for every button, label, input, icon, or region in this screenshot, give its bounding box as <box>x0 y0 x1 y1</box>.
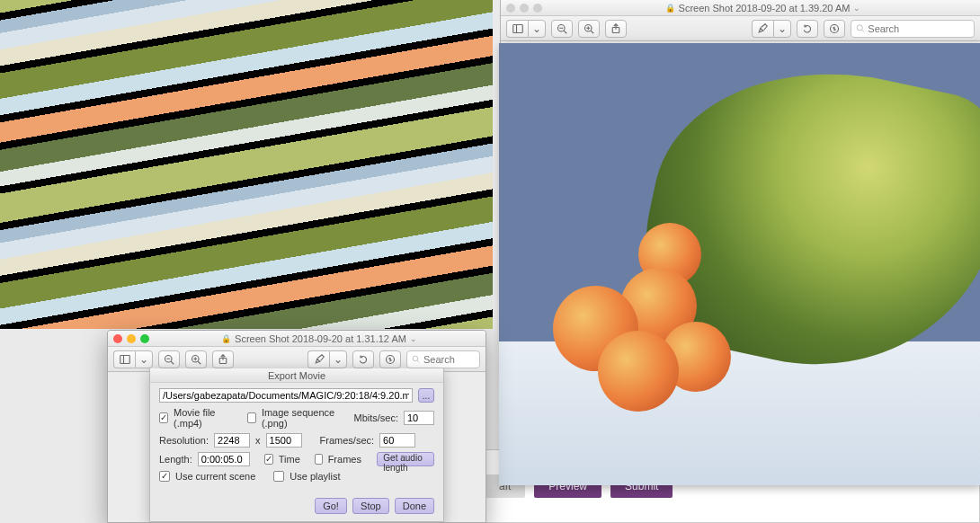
search-icon <box>856 23 865 33</box>
radish-painting-canvas <box>499 43 980 485</box>
svg-rect-13 <box>120 355 129 363</box>
svg-point-24 <box>413 356 418 361</box>
sidebar-toggle-button[interactable] <box>506 20 528 38</box>
zoom-in-button[interactable] <box>578 20 600 38</box>
close-icon[interactable] <box>506 4 515 13</box>
svg-line-12 <box>861 30 863 31</box>
search-input[interactable] <box>423 354 475 365</box>
markup-dropdown[interactable]: ⌄ <box>773 20 791 38</box>
zoom-in-button[interactable] <box>185 350 207 368</box>
edit-button[interactable] <box>379 350 401 368</box>
fps-input[interactable] <box>379 433 415 448</box>
preview-window-export: 🔒 Screen Shot 2018-09-20 at 1.31.12 AM ⌄… <box>107 330 486 523</box>
browse-button[interactable]: ... <box>418 388 434 403</box>
search-icon <box>412 354 420 364</box>
stop-button[interactable]: Stop <box>352 498 389 514</box>
minimize-icon[interactable] <box>127 334 136 343</box>
res-height-input[interactable] <box>266 433 302 448</box>
dropdown-button[interactable]: ⌄ <box>135 350 153 368</box>
use-playlist-checkbox[interactable] <box>273 471 284 482</box>
use-current-scene-checkbox[interactable] <box>159 471 170 482</box>
image-sequence-checkbox[interactable] <box>247 412 256 423</box>
res-sep: x <box>255 435 261 446</box>
use-current-scene-label: Use current scene <box>175 471 255 482</box>
frames-checkbox[interactable] <box>315 454 323 465</box>
zoom-out-button[interactable] <box>158 350 180 368</box>
length-label: Length: <box>159 454 192 465</box>
lock-icon: 🔒 <box>665 4 675 13</box>
share-button[interactable] <box>605 20 627 38</box>
zoom-out-button[interactable] <box>551 20 573 38</box>
window-title: Screen Shot 2018-09-20 at 1.31.12 AM <box>235 333 406 344</box>
lock-icon: 🔒 <box>221 334 231 343</box>
close-icon[interactable] <box>113 334 122 343</box>
svg-line-16 <box>171 361 174 364</box>
edit-button[interactable] <box>824 20 845 38</box>
search-field[interactable] <box>851 20 976 38</box>
window-title: Screen Shot 2018-09-20 at 1.39.20 AM <box>679 3 851 13</box>
image-sequence-label: Image sequence (.png) <box>262 407 343 429</box>
done-button[interactable]: Done <box>395 498 434 514</box>
titlebar: 🔒 Screen Shot 2018-09-20 at 1.39.20 AM ⌄ <box>501 0 980 16</box>
rotate-button[interactable] <box>797 20 818 38</box>
movie-file-label: Movie file (.mp4) <box>174 407 232 429</box>
resolution-label: Resolution: <box>159 435 209 446</box>
window-controls[interactable] <box>506 4 542 13</box>
zoom-icon[interactable] <box>533 4 542 13</box>
chevron-down-icon[interactable]: ⌄ <box>410 334 417 343</box>
minimize-icon[interactable] <box>520 4 529 13</box>
zoom-icon[interactable] <box>140 334 149 343</box>
markup-button[interactable] <box>752 20 773 38</box>
search-field[interactable] <box>406 350 480 368</box>
svg-line-19 <box>198 361 200 364</box>
time-checkbox[interactable] <box>264 454 273 465</box>
svg-line-6 <box>591 31 593 33</box>
frames-label: Frames <box>328 454 361 465</box>
svg-point-11 <box>857 25 862 31</box>
export-title: Export Movie <box>150 368 443 383</box>
export-sheet: Export Movie ... Movie file (.mp4) Image… <box>149 368 444 522</box>
titlebar: 🔒 Screen Shot 2018-09-20 at 1.31.12 AM ⌄ <box>108 331 486 347</box>
share-button[interactable] <box>212 350 234 368</box>
svg-rect-0 <box>512 24 522 32</box>
toolbar: ⌄ ⌄ <box>501 16 980 41</box>
left-artwork-canvas <box>0 0 493 329</box>
rotate-button[interactable] <box>352 350 374 368</box>
markup-dropdown[interactable]: ⌄ <box>329 350 347 368</box>
mbits-input[interactable] <box>404 411 434 425</box>
markup-button[interactable] <box>307 350 329 368</box>
time-label: Time <box>279 454 300 465</box>
sidebar-toggle-button[interactable] <box>113 350 135 368</box>
window-controls[interactable] <box>113 334 149 343</box>
mbits-label: Mbits/sec: <box>353 412 398 423</box>
go-button[interactable]: Go! <box>315 498 347 514</box>
get-audio-length-button[interactable]: Get audio length <box>377 452 434 466</box>
export-path-input[interactable] <box>159 388 413 403</box>
search-input[interactable] <box>868 23 969 34</box>
dropdown-button[interactable]: ⌄ <box>528 20 546 38</box>
use-playlist-label: Use playlist <box>290 471 340 482</box>
res-width-input[interactable] <box>214 433 250 448</box>
chevron-down-icon[interactable]: ⌄ <box>853 4 860 13</box>
movie-file-checkbox[interactable] <box>159 412 168 423</box>
length-input[interactable] <box>198 452 250 466</box>
svg-line-3 <box>564 31 566 33</box>
fps-label: Frames/sec: <box>320 435 375 446</box>
svg-line-25 <box>417 360 419 362</box>
